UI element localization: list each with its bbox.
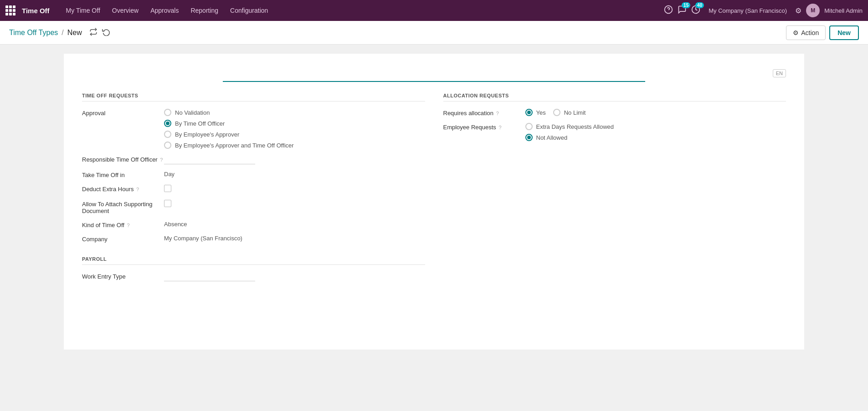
activity-icon[interactable]: 40 [691, 5, 700, 16]
menu-my-time-off[interactable]: My Time Off [61, 5, 106, 16]
radio-by-both[interactable] [164, 142, 171, 149]
form-card: EN TIME OFF REQUESTS Approval No Va [64, 54, 804, 350]
chat-badge: 15 [682, 2, 690, 8]
allocation-requests-section: ALLOCATION REQUESTS Requires allocation … [443, 93, 786, 288]
main-content: EN TIME OFF REQUESTS Approval No Va [0, 45, 868, 411]
radio-no-validation-label: No Validation [175, 109, 210, 116]
settings-icon[interactable]: ⚙ [795, 6, 801, 15]
deduct-hours-help-icon[interactable]: ? [136, 187, 139, 192]
requires-allocation-label: Requires allocation ? [443, 109, 525, 117]
discard-icon[interactable] [102, 28, 110, 38]
approval-label: Approval [82, 109, 164, 117]
time-off-requests-header: TIME OFF REQUESTS [82, 93, 425, 101]
radio-allocation-yes-label: Yes [536, 109, 546, 116]
company-field-row: Company My Company (San Francisco) [82, 235, 425, 243]
requires-allocation-options: Yes No Limit [525, 109, 786, 116]
company-name[interactable]: My Company (San Francisco) [709, 7, 787, 14]
attach-doc-checkbox[interactable] [164, 200, 171, 207]
work-entry-input-wrapper [164, 272, 425, 281]
radio-by-both-label: By Employee's Approver and Time Off Offi… [175, 142, 294, 149]
approval-by-officer[interactable]: By Time Off Officer [164, 120, 425, 127]
apps-menu-icon[interactable] [5, 5, 15, 15]
avatar[interactable]: M [806, 4, 820, 17]
approval-radio-group: No Validation By Time Off Officer By Emp… [164, 109, 425, 149]
employee-req-not-allowed[interactable]: Not Allowed [525, 134, 786, 141]
requires-allocation-help-icon[interactable]: ? [496, 111, 499, 116]
app-title[interactable]: Time Off [22, 7, 50, 15]
responsible-input-wrapper [164, 155, 425, 164]
radio-by-officer-label: By Time Off Officer [175, 120, 225, 127]
radio-allocation-no-limit-label: No Limit [564, 109, 586, 116]
menu-configuration[interactable]: Configuration [225, 5, 273, 16]
radio-by-officer[interactable] [164, 120, 171, 127]
breadcrumb-icons [89, 28, 110, 38]
work-entry-input[interactable] [164, 272, 255, 281]
employee-req-extra-days[interactable]: Extra Days Requests Allowed [525, 123, 786, 130]
menu-overview[interactable]: Overview [107, 5, 144, 16]
menu-reporting[interactable]: Reporting [185, 5, 224, 16]
title-divider [223, 81, 645, 82]
radio-allocation-yes[interactable] [525, 109, 533, 116]
approval-by-approver[interactable]: By Employee's Approver [164, 131, 425, 138]
approval-by-both[interactable]: By Employee's Approver and Time Off Offi… [164, 142, 425, 149]
kind-field-row: Kind of Time Off ? Absence [82, 221, 425, 228]
approval-field-row: Approval No Validation By Time Off Offic… [82, 109, 425, 149]
take-time-off-label: Take Time Off in [82, 171, 164, 178]
radio-not-allowed-label: Not Allowed [536, 134, 568, 141]
radio-extra-days[interactable] [525, 123, 533, 130]
language-badge[interactable]: EN [773, 69, 786, 77]
company-value[interactable]: My Company (San Francisco) [164, 235, 425, 242]
allocation-no-limit[interactable]: No Limit [553, 109, 586, 116]
time-off-requests-section: TIME OFF REQUESTS Approval No Validation [82, 93, 425, 288]
attach-doc-field-row: Allow To Attach Supporting Document [82, 200, 425, 214]
take-time-off-field-row: Take Time Off in Day [82, 171, 425, 178]
action-button[interactable]: ⚙ Action [786, 25, 826, 40]
radio-by-approver-label: By Employee's Approver [175, 131, 239, 138]
deduct-hours-checkbox[interactable] [164, 185, 171, 192]
work-entry-field-row: Work Entry Type [82, 272, 425, 281]
breadcrumb-current: New [67, 29, 82, 37]
radio-allocation-no-limit[interactable] [553, 109, 560, 116]
radio-extra-days-label: Extra Days Requests Allowed [536, 123, 614, 130]
breadcrumb-bar: Time Off Types / New ⚙ Action New [0, 21, 868, 45]
title-area: EN [82, 67, 786, 82]
responsible-input[interactable] [164, 155, 255, 164]
breadcrumb-right: ⚙ Action New [786, 25, 859, 40]
take-time-off-value[interactable]: Day [164, 171, 425, 178]
kind-help-icon[interactable]: ? [127, 223, 130, 228]
company-label: Company [82, 235, 164, 243]
radio-by-approver[interactable] [164, 131, 171, 138]
requires-allocation-field-row: Requires allocation ? Yes No Limit [443, 109, 786, 117]
sections-row: TIME OFF REQUESTS Approval No Validation [82, 93, 786, 288]
employee-requests-field-row: Employee Requests ? Extra Days Requests … [443, 123, 786, 141]
payroll-section: PAYROLL Work Entry Type [82, 256, 425, 281]
breadcrumb-left: Time Off Types / New [9, 28, 110, 38]
allocation-yes[interactable]: Yes [525, 109, 546, 116]
employee-requests-label: Employee Requests ? [443, 123, 525, 131]
support-icon[interactable] [664, 5, 673, 16]
menu-approvals[interactable]: Approvals [145, 5, 184, 16]
allocation-requests-header: ALLOCATION REQUESTS [443, 93, 786, 101]
responsible-field-row: Responsible Time Off Officer ? [82, 155, 425, 164]
breadcrumb-parent[interactable]: Time Off Types [9, 29, 58, 37]
time-off-type-name-input[interactable] [320, 67, 548, 79]
deduct-hours-label: Deduct Extra Hours ? [82, 185, 164, 193]
chat-icon[interactable]: 15 [678, 5, 687, 16]
radio-not-allowed[interactable] [525, 134, 533, 141]
approval-options: No Validation By Time Off Officer By Emp… [164, 109, 425, 149]
save-manually-icon[interactable] [89, 28, 98, 38]
responsible-label: Responsible Time Off Officer ? [82, 155, 164, 163]
new-button[interactable]: New [829, 25, 859, 40]
kind-value[interactable]: Absence [164, 221, 425, 228]
attach-doc-checkbox-wrapper [164, 200, 425, 208]
responsible-help-icon[interactable]: ? [160, 157, 163, 162]
approval-no-validation[interactable]: No Validation [164, 109, 425, 116]
username: Mitchell Admin [824, 7, 863, 14]
radio-no-validation[interactable] [164, 109, 171, 116]
top-navigation: Time Off My Time Off Overview Approvals … [0, 0, 868, 21]
attach-doc-label: Allow To Attach Supporting Document [82, 200, 164, 214]
employee-requests-radio-group: Extra Days Requests Allowed Not Allowed [525, 123, 786, 141]
deduct-hours-checkbox-wrapper [164, 185, 425, 193]
employee-requests-help-icon[interactable]: ? [498, 125, 501, 130]
requires-allocation-radio-group: Yes No Limit [525, 109, 786, 116]
